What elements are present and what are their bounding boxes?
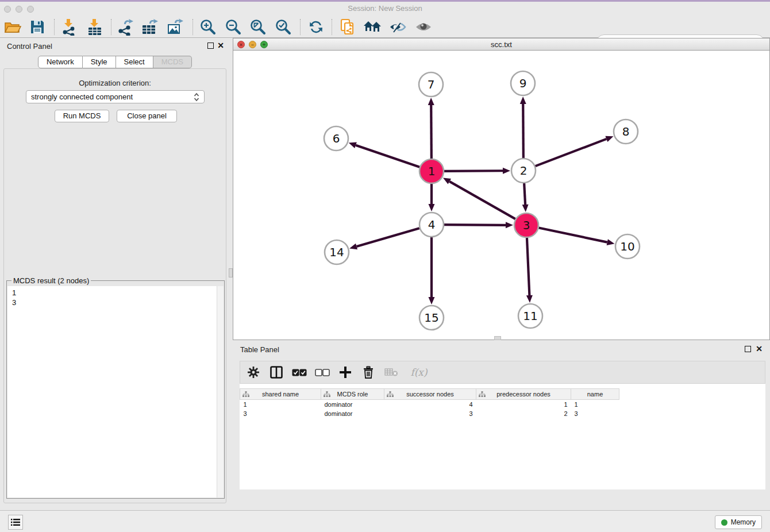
zoom-selected-icon[interactable] xyxy=(274,18,293,36)
column-header-shared-name[interactable]: shared name xyxy=(240,389,321,400)
zoom-out-icon[interactable] xyxy=(224,18,243,36)
table-cell[interactable]: 3 xyxy=(384,409,476,418)
edge-4-14[interactable] xyxy=(349,228,419,249)
edge-1-4[interactable] xyxy=(429,184,435,211)
table-cell[interactable]: dominator xyxy=(321,400,384,409)
edge-2-3[interactable] xyxy=(522,183,529,212)
node-11[interactable]: 11 xyxy=(518,304,542,328)
export-network-icon[interactable] xyxy=(116,18,135,36)
table-splitter-handle[interactable] xyxy=(494,336,501,340)
columns-icon[interactable] xyxy=(269,365,284,380)
optimization-criterion-select[interactable]: strongly connected component xyxy=(26,90,205,103)
dropdown-value: strongly connected component xyxy=(31,92,194,101)
panel-splitter-handle[interactable] xyxy=(229,268,233,277)
task-history-button[interactable] xyxy=(8,515,23,530)
edge-2-9[interactable] xyxy=(520,97,526,158)
node-4[interactable]: 4 xyxy=(419,213,444,237)
tab-select[interactable]: Select xyxy=(116,56,153,68)
mcds-result-title: MCDS result (2 nodes) xyxy=(11,276,91,285)
edge-1-7[interactable] xyxy=(428,98,434,159)
table-cell[interactable]: 2 xyxy=(476,409,571,418)
status-bar: Memory xyxy=(0,510,770,532)
table-row[interactable]: 1dominator411 xyxy=(240,400,626,409)
result-scrollbar[interactable] xyxy=(217,286,224,498)
edge-4-3[interactable] xyxy=(444,222,513,228)
close-panel-icon[interactable]: ✕ xyxy=(217,40,224,51)
node-9[interactable]: 9 xyxy=(511,71,535,95)
add-icon[interactable] xyxy=(338,365,353,380)
gear-icon[interactable] xyxy=(246,365,261,380)
column-header-name[interactable]: name xyxy=(571,389,619,400)
table-cell[interactable]: 1 xyxy=(571,400,619,409)
export-image-icon[interactable] xyxy=(165,18,185,36)
zoom-fit-icon[interactable] xyxy=(248,18,268,36)
network-canvas[interactable]: 7968124314101511 xyxy=(233,51,769,340)
node-6[interactable]: 6 xyxy=(324,126,348,151)
mcds-result-pane[interactable]: 13 xyxy=(7,286,224,498)
memory-button[interactable]: Memory xyxy=(715,515,762,529)
edge-3-1[interactable] xyxy=(443,178,515,219)
float-panel-icon[interactable] xyxy=(207,43,214,49)
close-table-panel-icon[interactable]: ✕ xyxy=(756,344,763,354)
tab-mcds[interactable]: MCDS xyxy=(153,56,192,68)
network-window-titlebar[interactable]: × − + scc.txt xyxy=(233,38,769,51)
tab-style[interactable]: Style xyxy=(83,56,116,68)
node-1[interactable]: 1 xyxy=(419,159,444,183)
table-cell[interactable]: 4 xyxy=(384,400,476,409)
memory-label: Memory xyxy=(731,518,756,526)
select-all-icon[interactable] xyxy=(292,365,307,380)
svg-text:7: 7 xyxy=(428,78,435,91)
save-session-icon[interactable] xyxy=(28,18,47,36)
edge-2-8[interactable] xyxy=(536,136,614,166)
export-table-icon[interactable] xyxy=(140,18,160,36)
svg-text:1: 1 xyxy=(428,164,436,178)
zoom-in-icon[interactable] xyxy=(198,18,218,36)
svg-text:14: 14 xyxy=(329,245,344,259)
node-8[interactable]: 8 xyxy=(614,119,638,144)
mcds-result-lines: 13 xyxy=(12,288,16,307)
table-cell[interactable]: 1 xyxy=(240,400,321,409)
table-cell[interactable]: dominator xyxy=(321,409,384,418)
table-header-row[interactable]: shared nameMCDS rolesuccessor nodesprede… xyxy=(240,389,626,400)
node-10[interactable]: 10 xyxy=(615,234,640,259)
float-table-panel-icon[interactable] xyxy=(745,346,751,352)
node-15[interactable]: 15 xyxy=(419,306,444,330)
edge-1-6[interactable] xyxy=(349,142,419,167)
home-icon[interactable] xyxy=(363,18,382,36)
delete-icon[interactable] xyxy=(361,365,376,380)
show-visual-icon[interactable] xyxy=(414,18,433,36)
edge-4-15[interactable] xyxy=(429,237,435,304)
import-network-icon[interactable] xyxy=(59,18,79,36)
deselect-all-icon[interactable] xyxy=(315,365,330,380)
table-cell[interactable]: 3 xyxy=(240,409,321,418)
import-table-icon[interactable] xyxy=(85,18,105,36)
table-cell[interactable]: 3 xyxy=(571,409,619,418)
result-line: 3 xyxy=(12,298,16,307)
close-panel-button[interactable]: Close panel xyxy=(117,110,177,122)
tab-network[interactable]: Network xyxy=(38,56,83,68)
node-3[interactable]: 3 xyxy=(514,213,538,237)
edge-1-2[interactable] xyxy=(444,168,510,174)
main-titlebar: Session: New Session xyxy=(0,2,770,16)
svg-text:10: 10 xyxy=(620,240,634,253)
edge-3-10[interactable] xyxy=(539,228,615,245)
table-cell[interactable]: 1 xyxy=(476,400,571,409)
run-mcds-button[interactable]: Run MCDS xyxy=(55,110,109,122)
node-7[interactable]: 7 xyxy=(419,72,443,97)
edge-3-11[interactable] xyxy=(526,238,533,303)
open-file-icon[interactable] xyxy=(3,18,22,36)
node-table[interactable]: shared nameMCDS rolesuccessor nodesprede… xyxy=(240,388,626,418)
svg-text:2: 2 xyxy=(520,164,528,178)
table-row[interactable]: 3dominator323 xyxy=(240,409,626,418)
column-header-successor-nodes[interactable]: successor nodes xyxy=(384,389,476,400)
column-header-predecessor-nodes[interactable]: predecessor nodes xyxy=(476,389,571,400)
window-title: Session: New Session xyxy=(0,4,770,13)
column-header-MCDS-role[interactable]: MCDS role xyxy=(321,389,384,400)
dropdown-stepper-icon xyxy=(194,92,199,102)
control-panel-title: Control Panel xyxy=(7,42,52,51)
hide-visual-icon[interactable] xyxy=(388,18,407,36)
node-14[interactable]: 14 xyxy=(325,240,349,264)
copy-view-icon[interactable] xyxy=(338,18,357,36)
refresh-icon[interactable] xyxy=(306,18,326,36)
node-2[interactable]: 2 xyxy=(511,159,536,183)
